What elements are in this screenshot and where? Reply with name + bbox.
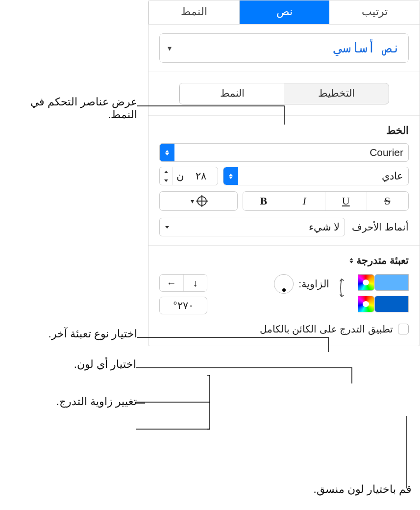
font-family-value: Courier (174, 147, 408, 158)
font-size-value: ٢٨ (184, 170, 218, 182)
gradient-color-1-row (358, 274, 409, 291)
font-weight-popup[interactable]: عادي (223, 167, 409, 185)
popup-arrows-icon (160, 144, 174, 161)
flip-gradient-button[interactable] (336, 274, 351, 304)
bold-button[interactable]: B (243, 192, 284, 210)
gradient-color-1-swatch[interactable] (374, 274, 409, 291)
chevron-down-icon (160, 218, 174, 236)
chevron-down-icon: ▾ (191, 197, 194, 205)
weight-size-row: عادي ٢٨ ن (159, 167, 409, 185)
character-styles-popup[interactable]: لا شيء (159, 218, 345, 236)
angle-dial[interactable] (274, 274, 294, 294)
apply-gradient-label: تطبيق التدرج على الكائن بالكامل (260, 323, 393, 335)
callout-themed-color: قم باختيار لون منسق. (284, 483, 412, 496)
seg-style[interactable]: النمط (179, 83, 284, 104)
angle-aux-controls: ↓ ← ٢٧٠° (159, 274, 207, 314)
chevron-down-icon: ▾ (168, 44, 172, 53)
format-panel: النمط نص ترتيب نص أساسي ▾ النمط التخطيط … (148, 0, 420, 346)
callout-fill-type: اختيار نوع تعبئة آخر. (15, 328, 137, 340)
angle-label: الزاوية: (298, 278, 329, 290)
gradient-color-2-swatch[interactable] (374, 296, 409, 312)
angle-column: الزاوية: (274, 274, 329, 294)
angle-value-field[interactable]: ٢٧٠° (159, 297, 207, 314)
character-styles-label: أنماط الأحرف (352, 221, 409, 233)
paragraph-style-section: نص أساسي ▾ (148, 25, 420, 72)
apply-gradient-row: تطبيق التدرج على الكائن بالكامل (159, 323, 409, 335)
angle-value: ٢٧٠° (173, 300, 193, 311)
tab-arrange[interactable]: ترتيب (329, 0, 420, 24)
apply-gradient-checkbox[interactable] (398, 324, 409, 334)
paragraph-style-popup[interactable]: نص أساسي ▾ (159, 33, 409, 63)
popup-arrows-icon (349, 258, 353, 263)
advanced-options-button[interactable]: ▾ (159, 191, 238, 211)
fill-section: تعبئة متدرجة (148, 245, 420, 346)
angle-down-button[interactable]: ↓ (183, 275, 207, 291)
text-style-row: B I U S ▾ (159, 191, 409, 211)
color-wheel-icon[interactable] (358, 296, 374, 312)
font-section: الخط Courier عادي ٢٨ ن (148, 116, 420, 245)
font-size-stepper[interactable] (160, 167, 173, 185)
color-wheel-icon[interactable] (358, 274, 374, 291)
paragraph-style-name: نص أساسي (334, 40, 400, 56)
style-layout-segmented: النمط التخطيط (179, 83, 389, 104)
tab-text[interactable]: نص (239, 0, 330, 24)
fill-type-label: تعبئة متدرجة (356, 255, 409, 266)
gradient-color-2-row (358, 296, 409, 312)
italic-button[interactable]: I (284, 192, 326, 210)
font-weight-value: عادي (238, 170, 408, 182)
tab-style[interactable]: النمط (148, 0, 239, 24)
gradient-controls: الزاوية: ↓ ← ٢٧٠° (159, 274, 409, 314)
popup-arrows-icon (223, 167, 238, 185)
angle-left-button[interactable]: ← (160, 275, 183, 291)
underline-button[interactable]: U (325, 192, 367, 210)
callout-any-color: اختيار أي لون. (58, 358, 136, 371)
swap-arrow-icon (339, 274, 348, 304)
fill-type-popup[interactable]: تعبئة متدرجة (159, 255, 409, 266)
font-size-field[interactable]: ٢٨ ن (159, 167, 218, 185)
callout-style-controls: عرض عناصر التحكم في النمط. (5, 96, 137, 121)
seg-layout[interactable]: التخطيط (284, 83, 389, 104)
callout-angle: تغيير زاوية التدرج. (26, 395, 137, 408)
gradient-color-column (358, 274, 409, 312)
bius-segmented: B I U S (243, 191, 409, 211)
angle-direction-buttons: ↓ ← (159, 274, 207, 292)
strike-button[interactable]: S (367, 192, 409, 210)
font-family-popup[interactable]: Courier (159, 143, 409, 162)
character-styles-row: أنماط الأحرف لا شيء (159, 218, 409, 236)
character-styles-value: لا شيء (174, 221, 345, 233)
gear-icon (197, 196, 207, 206)
font-size-unit: ن (173, 170, 184, 182)
top-format-tabs: النمط نص ترتيب (148, 0, 420, 25)
